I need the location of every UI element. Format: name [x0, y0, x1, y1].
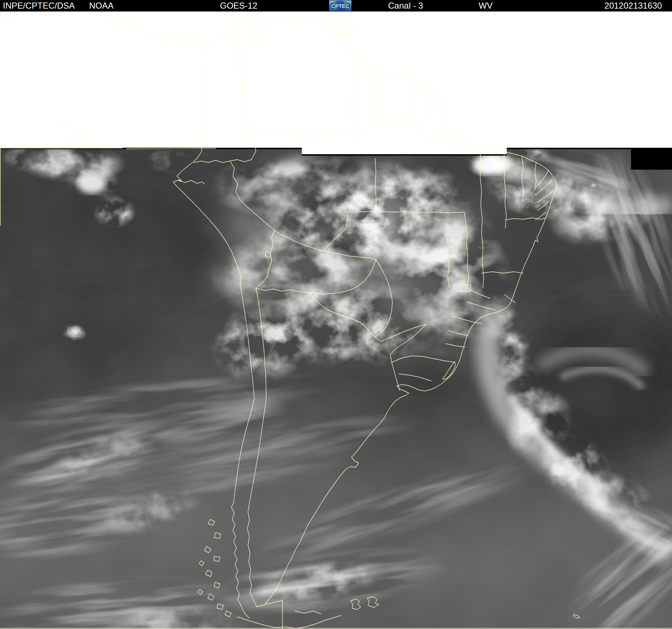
satellite-map [0, 0, 672, 629]
satellite-image-region [0, 129, 672, 629]
cptec-logo-text: CPTEC [331, 3, 350, 9]
satellite-viewer: INPE/CPTEC/DSA NOAA GOES-12 CP [0, 0, 672, 629]
no-data-region [0, 11, 672, 148]
timestamp-label: 201202131630 [604, 1, 662, 11]
product-label: WV [479, 1, 493, 11]
agency-label: INPE/CPTEC/DSA [3, 1, 75, 11]
title-bar: INPE/CPTEC/DSA NOAA GOES-12 CP [0, 0, 672, 12]
satellite-label: GOES-12 [220, 1, 257, 11]
noaa-label: NOAA [89, 1, 114, 11]
cptec-logo: CPTEC [329, 0, 351, 11]
channel-label: Canal - 3 [388, 1, 423, 11]
